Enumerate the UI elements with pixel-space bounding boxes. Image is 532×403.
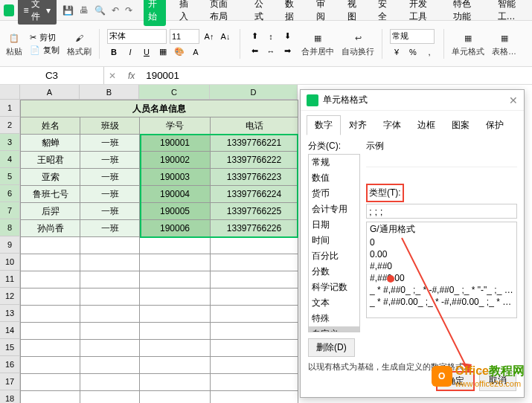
print-preview-icon[interactable]: 🔍 [94,5,106,16]
empty-cell[interactable] [21,340,80,357]
category-item[interactable]: 数值 [309,170,359,186]
column-header-D[interactable]: D [210,85,298,100]
empty-cell[interactable] [140,271,211,288]
column-header-B[interactable]: B [80,85,139,100]
row-header-4[interactable]: 4 [0,151,20,168]
paste-button[interactable]: 📋 粘贴 [6,30,22,57]
dialog-titlebar[interactable]: 单元格格式 ✕ [301,90,524,111]
comma-icon[interactable]: , [423,45,436,59]
row-header-14[interactable]: 14 [0,322,20,339]
category-item[interactable]: 科学记数 [309,280,359,295]
tab-formula[interactable]: 公式 [250,0,272,26]
empty-cell[interactable] [140,306,211,323]
empty-cell[interactable] [140,323,211,340]
category-item[interactable]: 常规 [309,155,359,170]
number-format-combo[interactable] [390,29,435,44]
type-item[interactable]: _ * #,##0_ ;_ * -#,##0_ ;_ * "-"_ ;_ … [367,284,516,296]
type-item[interactable]: 0.00 [367,248,516,260]
row-header-17[interactable]: 17 [0,373,20,390]
font-color-button[interactable]: A [189,45,202,59]
category-item[interactable]: 自定义 [309,326,359,332]
row-header-8[interactable]: 8 [0,219,20,236]
empty-cell[interactable] [211,340,298,357]
empty-cell[interactable] [80,323,140,340]
merge-center-button[interactable]: ▦ 合并居中 [301,30,334,57]
empty-cell[interactable] [140,374,211,391]
row-header-3[interactable]: 3 [0,134,20,151]
delete-button[interactable]: 删除(D) [308,338,355,357]
tab-smart[interactable]: 智能工… [493,0,528,26]
table-cell[interactable]: 一班 [80,135,140,152]
align-left-icon[interactable]: ⬅ [248,45,261,58]
cut-button[interactable]: ✂剪切 [30,32,60,43]
fill-color-button[interactable]: 🎨 [173,45,186,59]
table-cell[interactable]: 貂蝉 [21,135,80,152]
empty-cell[interactable] [80,340,140,357]
empty-cell[interactable] [211,374,298,391]
category-item[interactable]: 分数 [309,264,359,280]
row-header-13[interactable]: 13 [0,305,20,322]
cell-format-button[interactable]: ▦ 单元格式 [452,30,484,57]
tab-features[interactable]: 特色功能 [449,0,484,26]
table-cell[interactable]: 13397766223 [211,169,298,186]
empty-cell[interactable] [80,391,140,404]
table-cell[interactable]: 亚索 [21,169,80,186]
table-header[interactable]: 电话 [211,117,298,135]
row-header-6[interactable]: 6 [0,185,20,202]
table-cell[interactable]: 13397766226 [211,220,298,237]
empty-cell[interactable] [140,357,211,374]
align-top-icon[interactable]: ⬆ [248,30,261,43]
type-item[interactable]: G/通用格式 [367,222,516,236]
empty-cell[interactable] [211,391,298,404]
category-item[interactable]: 会计专用 [309,202,359,217]
empty-cell[interactable] [140,254,211,271]
table-cell[interactable]: 190003 [140,169,211,186]
row-header-9[interactable]: 9 [0,236,20,254]
category-item[interactable]: 货币 [309,186,359,202]
type-list[interactable]: G/通用格式00.00#,##0#,##0.00_ * #,##0_ ;_ * … [366,222,517,318]
row-header-1[interactable]: 1 [0,100,20,117]
empty-cell[interactable] [211,288,298,306]
border-button[interactable]: ▦ [156,45,170,59]
table-cell[interactable]: 13397766225 [211,203,298,220]
type-item[interactable]: _ * #,##0.00_ ;_ * -#,##0.00_ ;_ * … [367,296,516,308]
align-right-icon[interactable]: ➡ [281,45,294,58]
empty-cell[interactable] [140,340,211,357]
table-cell[interactable]: 13397766222 [211,152,298,169]
row-header-18[interactable]: 18 [0,390,20,403]
row-header-11[interactable]: 11 [0,271,20,288]
category-item[interactable]: 时间 [309,233,359,248]
dialog-tab-align[interactable]: 对齐 [341,115,375,135]
table-header[interactable]: 班级 [80,117,140,135]
column-header-C[interactable]: C [139,85,210,100]
table-cell[interactable]: 一班 [80,220,140,237]
wrap-text-button[interactable]: ↩ 自动换行 [342,30,374,57]
empty-cell[interactable] [80,271,140,288]
dialog-tab-pattern[interactable]: 图案 [443,115,478,135]
table-cell[interactable]: 一班 [80,186,140,203]
table-cell[interactable]: 后羿 [21,203,80,220]
currency-icon[interactable]: ¥ [390,45,403,59]
type-input[interactable] [366,204,517,219]
tab-security[interactable]: 安全 [374,0,396,26]
table-cell[interactable]: 13397766221 [211,135,298,152]
underline-button[interactable]: U [140,45,153,59]
empty-cell[interactable] [140,391,211,404]
empty-cell[interactable] [80,254,140,271]
font-size-combo[interactable] [170,29,199,44]
table-cell[interactable]: 鲁班七号 [21,186,80,203]
empty-cell[interactable] [211,323,298,340]
table-cell[interactable]: 一班 [80,203,140,220]
formula-input[interactable] [142,67,532,84]
table-cell[interactable]: 王昭君 [21,152,80,169]
empty-cell[interactable] [140,237,211,254]
copy-button[interactable]: 📄复制 [30,45,60,56]
percent-icon[interactable]: % [406,45,420,59]
name-box[interactable] [0,67,104,84]
align-middle-icon[interactable]: ↕ [264,30,278,43]
increase-font-icon[interactable]: A↑ [202,30,216,43]
print-icon[interactable]: 🖶 [80,5,89,16]
table-header[interactable]: 姓名 [21,117,80,135]
empty-cell[interactable] [21,254,80,271]
table-title[interactable]: 人员名单信息 [21,100,298,117]
